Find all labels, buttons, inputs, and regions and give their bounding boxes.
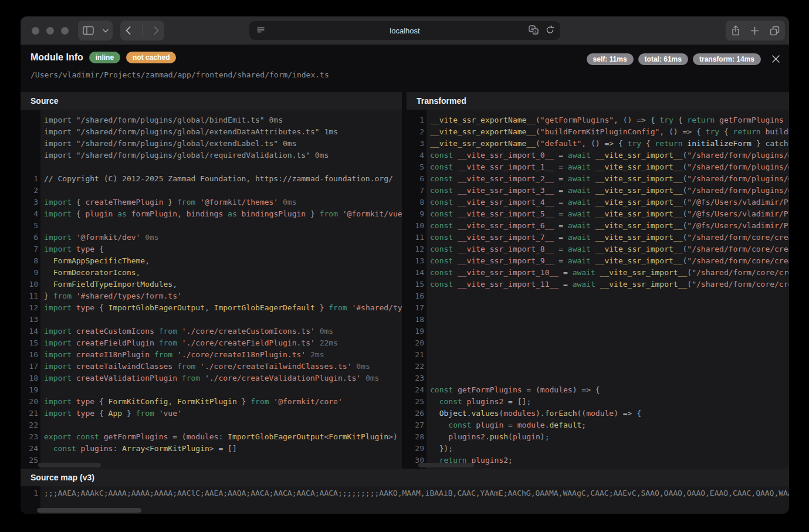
window-close-button[interactable] xyxy=(32,27,39,35)
metric-self: self: 11ms xyxy=(587,53,634,65)
translate-icon[interactable]: A x xyxy=(529,25,539,35)
code-line: 14const __vite_ssr_import_10__ = await _… xyxy=(407,267,789,279)
source-hscrollbar[interactable] xyxy=(38,463,101,467)
code-line: 26 Object.values(modules).forEach((modul… xyxy=(407,408,789,419)
back-button[interactable] xyxy=(126,26,131,35)
code-line: 19 xyxy=(407,326,789,337)
code-line: 28 plugins2.push(plugin); xyxy=(407,431,789,443)
code-line: 6import '@formkit/dev' 0ms xyxy=(21,232,402,243)
code-line: 29 }); xyxy=(407,443,789,455)
code-line: 17import createTailwindClasses from './c… xyxy=(21,361,402,372)
code-line: 4import { plugin as formPlugin, bindings… xyxy=(21,208,402,220)
code-line: 21 xyxy=(407,349,789,361)
code-line: import "/shared/form/plugins/global/exte… xyxy=(21,138,402,150)
transformed-panel-title: Transformed xyxy=(417,96,466,106)
code-line: 17 xyxy=(407,302,789,314)
code-line: 19 xyxy=(21,384,402,396)
transformed-code: 1__vite_ssr_exportName__("getFormPlugins… xyxy=(407,114,789,466)
module-file-path: /Users/vladimir/Projects/zammad/app/fron… xyxy=(31,70,329,79)
close-icon xyxy=(771,55,780,63)
nav-divider xyxy=(142,25,143,36)
window-minimize-button[interactable] xyxy=(46,27,54,35)
sourcemap-panel: Source map (v3) 1;;;AAEA;AAAkC;AAAA;AAAA… xyxy=(21,469,789,514)
close-button[interactable] xyxy=(770,53,781,64)
metric-transform: transform: 14ms xyxy=(693,53,761,65)
code-line: import "/shared/form/plugins/global/bind… xyxy=(21,114,402,126)
badge-not-cached: not cached xyxy=(126,52,176,63)
code-line: 22 xyxy=(21,419,402,431)
sourcemap-title: Source map (v3) xyxy=(31,473,94,482)
sidebar-toggle-icon[interactable] xyxy=(83,26,94,35)
code-line: 4const __vite_ssr_import_0__ = await __v… xyxy=(407,150,789,161)
code-line: 22 xyxy=(407,361,789,372)
code-line: 18 xyxy=(407,314,789,326)
code-line: 3__vite_ssr_exportName__("default", () =… xyxy=(407,138,789,150)
tab-overview-icon[interactable] xyxy=(770,26,780,36)
code-line: 15import createFieldPlugin from './core/… xyxy=(21,337,402,349)
code-line: 24const getFormPlugins = (modules) => { xyxy=(407,384,789,396)
code-line: 6const __vite_ssr_import_2__ = await __v… xyxy=(407,173,789,185)
code-line: 18import createValidationPlugin from './… xyxy=(21,372,402,384)
code-line: 20import type { FormKitConfig, FormKitPl… xyxy=(21,396,402,408)
browser-titlebar: localhost A x xyxy=(21,16,789,45)
source-deps: import "/shared/form/plugins/global/bind… xyxy=(21,114,402,161)
address-bar[interactable]: localhost A x xyxy=(249,21,560,40)
sourcemap-header: Source map (v3) xyxy=(21,469,789,486)
code-line: 21import type { App } from 'vue' xyxy=(21,408,402,419)
code-line: 20 xyxy=(407,337,789,349)
traffic-lights xyxy=(32,27,69,35)
screenshot-root: { "browser": { "url": "localhost", "tool… xyxy=(0,0,809,532)
chevron-down-icon[interactable] xyxy=(103,29,109,33)
source-panel-title: Source xyxy=(31,96,58,106)
code-line: import "/shared/form/plugins/global/requ… xyxy=(21,150,402,161)
browser-window: localhost A x xyxy=(21,16,789,514)
code-line: 5 xyxy=(21,220,402,232)
source-code: 1// Copyright (C) 2012-2025 Zammad Found… xyxy=(21,173,402,466)
plus-icon[interactable] xyxy=(750,26,759,35)
code-line: 15const __vite_ssr_import_11__ = await _… xyxy=(407,279,789,290)
transformed-panel: Transformed 1__vite_ssr_exportName__("ge… xyxy=(407,92,789,469)
code-line: 5const __vite_ssr_import_1__ = await __v… xyxy=(407,161,789,173)
badge-inline: inline xyxy=(89,52,120,63)
page-title: Module Info xyxy=(31,52,83,63)
transformed-hscrollbar[interactable] xyxy=(418,463,474,467)
sourcemap-code-area[interactable]: 1;;;AAEA;AAAkC;AAAA;AAAA;AAAA;AAClC;AAEA… xyxy=(21,486,789,514)
transformed-panel-header: Transformed xyxy=(407,92,789,110)
source-code-area[interactable]: import "/shared/form/plugins/global/bind… xyxy=(21,110,402,469)
share-icon[interactable] xyxy=(731,25,740,36)
code-line: 23 xyxy=(407,372,789,384)
nav-buttons xyxy=(120,21,164,40)
code-line: 9 FormDecoratorIcons, xyxy=(21,267,402,279)
sourcemap-code: 1;;;AAEA;AAAkC;AAAA;AAAA;AAAA;AAClC;AAEA… xyxy=(21,487,789,499)
code-line: 27 const plugin = module.default; xyxy=(407,419,789,431)
code-line: 13const __vite_ssr_import_9__ = await __… xyxy=(407,255,789,267)
code-line: 23export const getFormPlugins = (modules… xyxy=(21,431,402,443)
source-panel-header: Source xyxy=(21,92,402,110)
code-line: 24 const plugins: Array<FormKitPlugin> =… xyxy=(21,443,402,455)
sidebar-toggle-group xyxy=(78,21,113,40)
code-line: 10const __vite_ssr_import_6__ = await __… xyxy=(407,220,789,232)
source-panel: Source import "/shared/form/plugins/glob… xyxy=(21,92,402,469)
reload-icon[interactable] xyxy=(546,25,554,35)
code-line: 1__vite_ssr_exportName__("getFormPlugins… xyxy=(407,114,789,126)
code-line: 14import createCustomIcons from './core/… xyxy=(21,326,402,337)
code-line: 12import type { ImportGlobEagerOutput, I… xyxy=(21,302,402,314)
url-text: localhost xyxy=(249,26,560,35)
code-line: import "/shared/form/plugins/global/exte… xyxy=(21,126,402,138)
forward-button[interactable] xyxy=(154,26,159,35)
code-line: 2 xyxy=(21,185,402,196)
code-line: 1// Copyright (C) 2012-2025 Zammad Found… xyxy=(21,173,402,185)
code-line: 1;;;AAEA;AAAkC;AAAA;AAAA;AAAA;AAClC;AAEA… xyxy=(21,487,789,499)
code-line: 7import type { xyxy=(21,243,402,255)
code-line: 9const __vite_ssr_import_5__ = await __v… xyxy=(407,208,789,220)
code-line: 8 FormAppSpecificTheme, xyxy=(21,255,402,267)
sourcemap-hscrollbar[interactable] xyxy=(37,508,141,513)
code-line: 2__vite_ssr_exportName__("buildFormKitPl… xyxy=(407,126,789,138)
code-line: 3import { createThemePlugin } from '@for… xyxy=(21,196,402,208)
transformed-code-area[interactable]: 1__vite_ssr_exportName__("getFormPlugins… xyxy=(407,110,789,469)
code-line: 25 const plugins2 = []; xyxy=(407,396,789,408)
code-line: 7const __vite_ssr_import_3__ = await __v… xyxy=(407,185,789,196)
code-line: 12const __vite_ssr_import_8__ = await __… xyxy=(407,243,789,255)
window-zoom-button[interactable] xyxy=(61,27,69,35)
code-line: 8const __vite_ssr_import_4__ = await __v… xyxy=(407,196,789,208)
